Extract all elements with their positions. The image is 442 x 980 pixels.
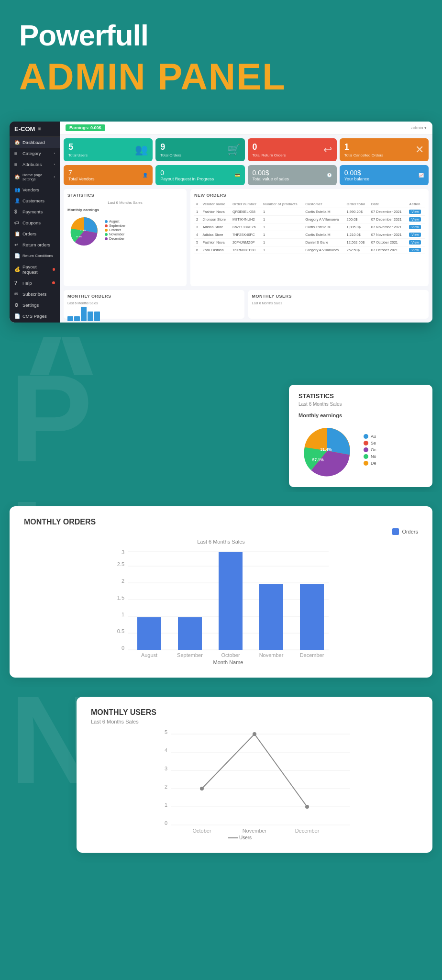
cell-num: 1 xyxy=(194,208,200,215)
sidebar-item-payments[interactable]: $ Payments xyxy=(10,206,60,217)
sidebar-item-label: Coupons xyxy=(22,220,41,225)
sidebar-item-category[interactable]: ≡ Category › xyxy=(10,148,60,159)
sidebar-item-homepage[interactable]: 🏠 Home page settings › xyxy=(10,170,60,184)
monthly-users-chart-subtitle: Last 6 Months Sales xyxy=(91,719,418,724)
pie-chart-title: Monthly earnings xyxy=(298,412,423,418)
cell-customer: Gregory A Villanueva xyxy=(303,215,344,223)
bar-october xyxy=(219,552,243,650)
return-cond-icon: 📄 xyxy=(14,253,20,258)
stat-card-cancelled: 1Total Cancelled Orders ✕ xyxy=(340,138,429,161)
view-button[interactable]: View xyxy=(409,225,421,229)
main-content: Earnings: 0.00$ admin ▾ 5Total Users 👥 9… xyxy=(60,122,432,323)
cancel-icon: ✕ xyxy=(415,144,424,156)
stat-num: 0.00$ xyxy=(253,169,289,177)
vendors-icon: 👥 xyxy=(14,187,20,192)
x-label-nov: November xyxy=(259,652,284,658)
attributes-icon: ≡ xyxy=(14,162,20,167)
point-oct xyxy=(200,787,204,791)
mini-bar-chart xyxy=(67,307,241,321)
sidebar-item-settings[interactable]: ⚙ Settings xyxy=(10,300,60,311)
stat-label: Total Vendors xyxy=(68,177,95,181)
monthly-orders-title: MONTHLY ORDERS xyxy=(67,294,241,299)
subscribers-icon: ✉ xyxy=(14,291,20,297)
pie-svg: 31.4% 57.1% xyxy=(67,214,101,247)
sidebar-item-coupons[interactable]: 🏷 Coupons xyxy=(10,217,60,228)
sidebar-item-dashboard[interactable]: 🏠 Dashboard xyxy=(10,137,60,148)
cell-action[interactable]: View xyxy=(407,215,425,223)
users-icon: 👥 xyxy=(135,144,148,156)
sidebar-item-payout[interactable]: 💰 Payout request xyxy=(10,261,60,278)
sidebar-item-attributes[interactable]: ≡ Attributes › xyxy=(10,159,60,170)
cell-customer: Curtis Estella M xyxy=(303,223,344,231)
bar-august xyxy=(137,617,161,650)
cell-total: 252.50$ xyxy=(345,246,369,254)
sidebar-item-vendors[interactable]: 👥 Vendors xyxy=(10,184,60,195)
dashboard-screenshot: E-COM ⊞ 🏠 Dashboard ≡ Category › ≡ Attri… xyxy=(10,122,432,323)
cell-num: 3 xyxy=(194,223,200,231)
cell-order: 20P4JNMZ0P xyxy=(231,238,261,246)
y-label-3: 3 xyxy=(165,766,167,771)
cell-action[interactable]: View xyxy=(407,208,425,215)
monthly-orders-chart-card: MONTHLY ORDERS Orders Last 6 Months Sale… xyxy=(10,506,432,678)
payout-icon: 💰 xyxy=(14,267,20,272)
cell-action[interactable]: View xyxy=(407,223,425,231)
cell-action[interactable]: View xyxy=(407,238,425,246)
stat-card-orders: 9Total Orders 🛒 xyxy=(155,138,244,161)
stat-num: 0 xyxy=(253,142,286,152)
view-button[interactable]: View xyxy=(409,217,421,222)
notification-badge xyxy=(53,268,55,271)
cell-qty: 1 xyxy=(261,246,303,254)
monthly-users-chart-title: MONTHLY USERS xyxy=(91,708,418,717)
category-icon: ≡ xyxy=(14,151,20,156)
help-icon: ? xyxy=(14,280,20,286)
cell-date: 07 November 2021 xyxy=(369,231,407,238)
monthly-users-section: N MONTHLY USERS Last 6 Months Sales 0 1 … xyxy=(0,687,442,877)
bar-item xyxy=(74,316,80,321)
legend-label: Users xyxy=(239,835,252,839)
cell-vendor: Adidas Store xyxy=(200,231,230,238)
bar-item xyxy=(88,312,93,321)
stat-label: Your balance xyxy=(344,177,369,181)
table-row: 1 Fashion Nova QR3E6ELKS8 1 Curtis Estel… xyxy=(194,208,425,215)
legend-nov: No xyxy=(364,454,376,459)
col-total: Order total xyxy=(345,200,369,208)
sidebar-item-return-conditions[interactable]: 📄 Return Conditions xyxy=(10,250,60,261)
y-label-2: 2 xyxy=(122,578,124,584)
stats-panel-card: STATISTICS Last 6 Months Sales Monthly e… xyxy=(289,385,432,487)
stat-num: 1 xyxy=(344,142,383,152)
cell-vendor: Fashion Nova xyxy=(200,208,230,215)
view-button[interactable]: View xyxy=(409,210,421,214)
monthly-orders-mini: MONTHLY ORDERS Last 6 Months Sales xyxy=(64,290,244,319)
view-button[interactable]: View xyxy=(409,240,421,245)
stat-cards-row1: 5Total Users 👥 9Total Orders 🛒 0Total Re… xyxy=(60,134,432,165)
view-button[interactable]: View xyxy=(409,233,421,237)
customers-icon: 👤 xyxy=(14,198,20,203)
legend-dot-aug xyxy=(364,434,368,439)
monthly-users-mini: MONTHLY USERS Last 6 Months Sales xyxy=(248,290,429,319)
brand-name: E-COM xyxy=(14,125,35,133)
cell-action[interactable]: View xyxy=(407,246,425,254)
new-orders-title: NEW ORDERS xyxy=(194,193,425,198)
vendor-icon: 👤 xyxy=(143,173,148,178)
sidebar-item-subscribers[interactable]: ✉ Subscribers xyxy=(10,289,60,300)
sidebar-item-return-orders[interactable]: ↩ Return orders xyxy=(10,239,60,250)
sidebar-item-cms[interactable]: 📄 CMS Pages xyxy=(10,311,60,322)
cell-action[interactable]: View xyxy=(407,231,425,238)
legend-dot-nov xyxy=(364,454,368,459)
pie-legend: August September October November Decemb… xyxy=(105,220,125,241)
sidebar-item-customers[interactable]: 👤 Customers xyxy=(10,195,60,206)
monthly-users-title: MONTHLY USERS xyxy=(252,294,425,299)
cell-vendor: Fashion Nova xyxy=(200,238,230,246)
big-pie-area: 31.4% 57.1% Au Se Oc No De xyxy=(298,422,423,479)
x-label-dec: December xyxy=(295,828,320,834)
cell-order: XSRM08TP80 xyxy=(231,246,261,254)
cell-order: M8TIK4NUH2 xyxy=(231,215,261,223)
col-order: Order number xyxy=(231,200,261,208)
sidebar-item-label: Orders xyxy=(22,231,36,236)
view-button[interactable]: View xyxy=(409,248,421,252)
sidebar-item-label: Vendors xyxy=(22,187,39,192)
cell-total: 12,562.50$ xyxy=(345,238,369,246)
legend-sep: Se xyxy=(364,441,376,445)
sidebar-item-help[interactable]: ? Help xyxy=(10,278,60,289)
sidebar-item-orders[interactable]: 📋 Orders xyxy=(10,228,60,239)
